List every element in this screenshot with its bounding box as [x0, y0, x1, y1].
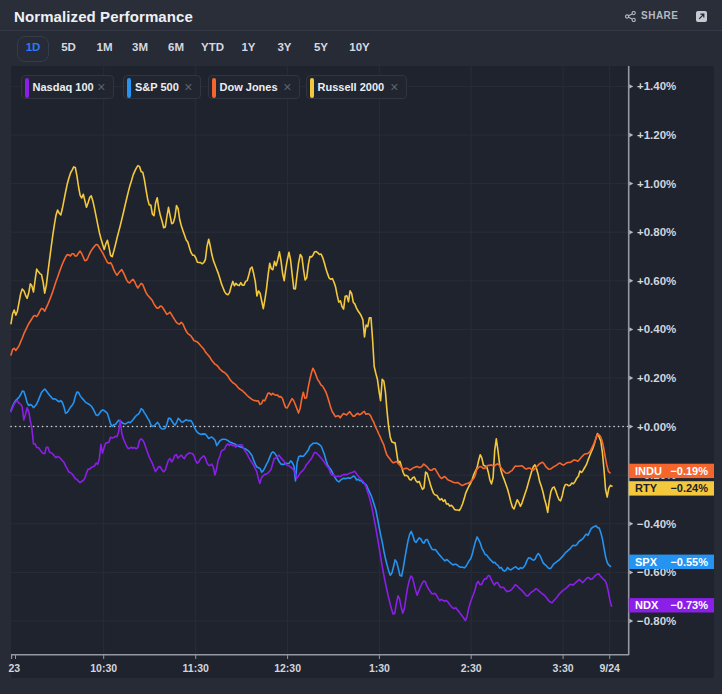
svg-text:+1.00%: +1.00% — [637, 178, 676, 190]
svg-text:−0.73%: −0.73% — [670, 599, 708, 611]
svg-text:23: 23 — [9, 662, 21, 674]
svg-text:NDX: NDX — [635, 599, 659, 611]
svg-text:−0.19%: −0.19% — [670, 465, 708, 477]
svg-text:10:30: 10:30 — [90, 662, 117, 674]
svg-text:+0.60%: +0.60% — [637, 275, 676, 287]
svg-text:9/24: 9/24 — [599, 662, 620, 674]
svg-text:1:30: 1:30 — [369, 662, 390, 674]
svg-text:+1.40%: +1.40% — [637, 80, 676, 92]
svg-text:11:30: 11:30 — [183, 662, 209, 674]
svg-text:+0.40%: +0.40% — [637, 323, 676, 335]
svg-text:12:30: 12:30 — [274, 662, 301, 674]
svg-text:2:30: 2:30 — [461, 662, 482, 674]
svg-text:3:30: 3:30 — [553, 662, 574, 674]
svg-text:−0.55%: −0.55% — [670, 556, 708, 568]
svg-text:RTY: RTY — [635, 482, 658, 494]
svg-text:+0.00%: +0.00% — [637, 421, 676, 433]
svg-text:+0.80%: +0.80% — [637, 226, 676, 238]
svg-text:SPX: SPX — [635, 556, 658, 568]
svg-text:−0.40%: −0.40% — [637, 518, 676, 530]
svg-text:−0.80%: −0.80% — [637, 615, 676, 627]
svg-text:−0.24%: −0.24% — [670, 482, 708, 494]
svg-text:+1.20%: +1.20% — [637, 129, 676, 141]
svg-text:INDU: INDU — [635, 465, 662, 477]
svg-text:+0.20%: +0.20% — [637, 372, 676, 384]
